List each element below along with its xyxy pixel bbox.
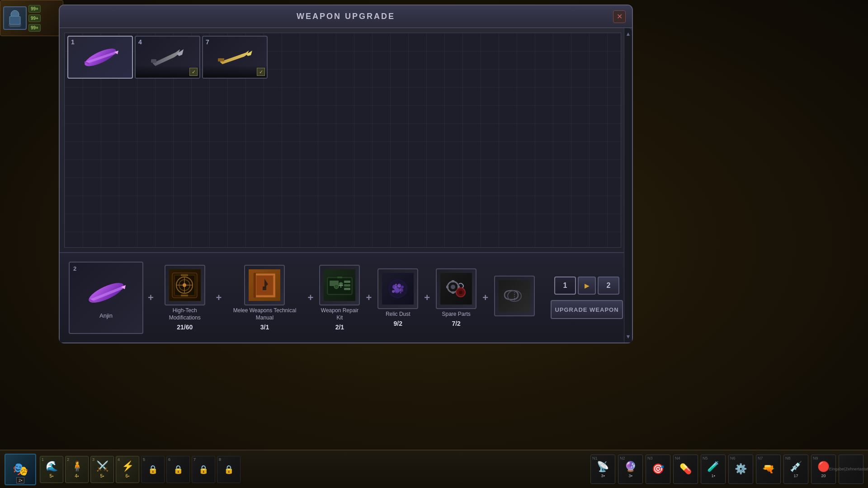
toolkit-icon	[324, 269, 355, 301]
svg-point-36	[334, 284, 339, 289]
plus-1: +	[148, 292, 154, 304]
svg-marker-10	[218, 51, 250, 65]
weapon-upgrade-window: WEAPON UPGRADE ✕ ▲ ▼ 1	[59, 5, 633, 343]
weapon-slot-1[interactable]: 1	[67, 36, 133, 79]
rt-num-n7: N7	[758, 456, 763, 460]
svg-rect-43	[337, 277, 342, 278]
page-2-button[interactable]: 2	[598, 277, 619, 295]
plus-2: +	[216, 292, 222, 304]
plus-3: +	[308, 292, 314, 304]
svg-rect-57	[452, 291, 454, 294]
skill-count-1: 5▪	[49, 474, 53, 479]
weapon-slot-4[interactable]: 4 ✓	[135, 36, 200, 79]
upgrade-weapon-button[interactable]: UPGRADE WEAPON	[551, 300, 623, 319]
rt-icon-n5: 🧪	[707, 461, 719, 473]
character-name: Anjin	[99, 312, 113, 319]
slot-number-7: 7	[206, 38, 209, 46]
rt-num-n5: N5	[703, 456, 708, 460]
close-button[interactable]: ✕	[613, 10, 626, 23]
material-unknown	[492, 276, 537, 320]
next-page-arrow[interactable]: ▶	[578, 277, 596, 295]
bottom-section: 2 Anjin +	[60, 252, 632, 343]
svg-rect-12	[218, 58, 224, 61]
plus-4: +	[366, 292, 372, 304]
weapon-level: 2	[73, 265, 76, 272]
rt-num-n8: N8	[785, 456, 791, 460]
rt-item-n4[interactable]: N4 💊	[673, 455, 698, 484]
material-dust: Relic Dust 9/2	[375, 268, 420, 327]
mask-icon: 🎭	[13, 462, 28, 477]
taskbar-avatar: 🎭 2▪	[5, 454, 36, 485]
parts-icon	[440, 273, 472, 305]
hitech-icon	[169, 269, 201, 301]
svg-rect-25	[181, 295, 188, 296]
scroll-up-arrow[interactable]: ▲	[626, 31, 631, 37]
rt-item-keyboard: Eingabe(Zehnertastatur)	[839, 455, 863, 484]
material-parts: Spare Parts 7/2	[434, 268, 479, 327]
rt-num-n1: N1	[592, 456, 598, 460]
toolkit-name: Weapon Repair Kit	[317, 307, 362, 321]
skill-icon-4: ⚡	[122, 460, 134, 472]
rt-item-n5[interactable]: N5 🧪 1▪	[701, 455, 726, 484]
svg-rect-2	[9, 16, 20, 24]
toolkit-icon-box	[319, 265, 360, 305]
level-badge: 2▪	[16, 477, 24, 483]
rt-icon-n2: 🔮	[624, 461, 637, 473]
badge-2: 99+	[28, 14, 41, 22]
weapon-slots-container: 1 4	[65, 33, 270, 81]
rt-num-n2: N2	[620, 456, 625, 460]
rt-icon-n9: 🔴	[817, 461, 830, 473]
skill-num-7: 7	[193, 457, 196, 462]
rt-num-n4: N4	[675, 456, 680, 460]
dust-icon-box	[377, 268, 418, 309]
char-weapon-icon	[84, 277, 129, 309]
window-title: WEAPON UPGRADE	[297, 12, 395, 21]
svg-rect-32	[254, 273, 256, 298]
skill-slot-3[interactable]: 3 ⚔️ 5▪	[90, 456, 114, 483]
skill-icon-2: 🧍	[71, 460, 83, 472]
skill-icon-1: 🌊	[46, 460, 58, 472]
rt-item-n2[interactable]: N2 🔮 3▪	[618, 455, 643, 484]
rt-num-n6: N6	[730, 456, 736, 460]
rt-item-n8[interactable]: N8 💉 17	[783, 455, 808, 484]
rt-item-n3[interactable]: N3 🎯	[646, 455, 670, 484]
svg-rect-56	[452, 280, 454, 282]
rt-icon-n4: 💊	[679, 463, 692, 475]
page-1-button[interactable]: 1	[554, 277, 576, 295]
skill-slot-1[interactable]: 1 🌊 5▪	[40, 456, 63, 483]
skill-slot-8: 8 🔒	[217, 456, 241, 483]
skill-num-2: 2	[67, 457, 69, 462]
scroll-down-arrow[interactable]: ▼	[626, 333, 631, 340]
svg-point-23	[183, 283, 186, 287]
slot-number-4: 4	[138, 38, 142, 46]
page-navigation: 1 ▶ 2	[554, 277, 619, 295]
rt-count-n1: 3▪	[601, 474, 604, 478]
skill-num-3: 3	[92, 457, 94, 462]
skill-slot-2[interactable]: 2 🧍 4▪	[65, 456, 89, 483]
rt-item-n1[interactable]: N1 📡 3▪	[590, 455, 615, 484]
rt-item-n6[interactable]: N6 ⚙️	[728, 455, 753, 484]
skill-slot-4[interactable]: 4 ⚡ 6▪	[116, 456, 139, 483]
skill-num-6: 6	[168, 457, 170, 462]
weapon-icon-dagger	[217, 47, 253, 67]
skill-count-2: 4▪	[75, 474, 79, 479]
dust-count: 9/2	[394, 320, 402, 327]
svg-rect-58	[446, 286, 448, 288]
skill-num-8: 8	[219, 457, 221, 462]
rt-count-n8: 17	[793, 474, 798, 478]
dust-icon	[382, 273, 414, 305]
material-toolkit: Weapon Repair Kit 2/1	[317, 265, 362, 330]
title-bar: WEAPON UPGRADE ✕	[60, 5, 632, 28]
plus-5: +	[424, 292, 430, 304]
rt-count-n5: 1▪	[711, 474, 715, 478]
materials-row: +	[148, 265, 537, 330]
rt-item-n7[interactable]: N7 🔫	[756, 455, 781, 484]
scrollbar[interactable]: ▲ ▼	[624, 28, 632, 343]
svg-point-61	[459, 291, 462, 294]
material-book: Melee Weapons Technical Manual 3/1	[225, 265, 304, 330]
svg-point-51	[394, 285, 401, 292]
skill-num-1: 1	[42, 457, 44, 462]
skill-icon-3: ⚔️	[96, 460, 108, 472]
weapon-slot-7[interactable]: 7 ✓	[202, 36, 268, 79]
svg-rect-9	[151, 59, 156, 63]
